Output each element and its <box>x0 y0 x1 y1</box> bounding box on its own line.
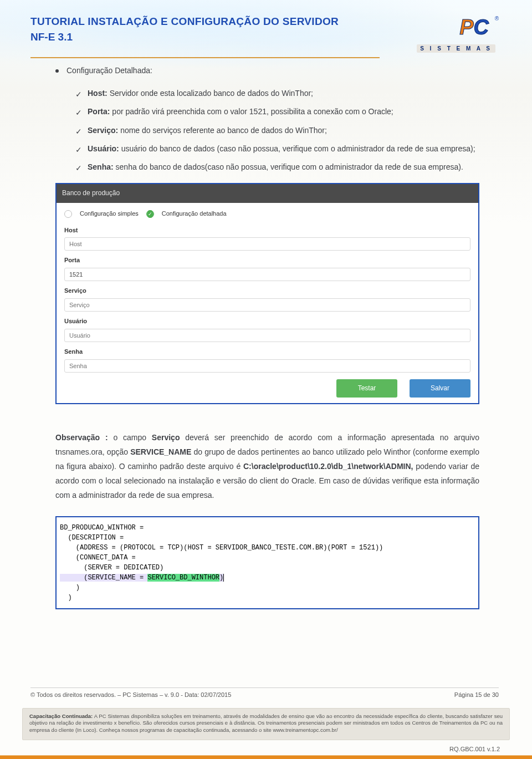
test-button[interactable]: Testar <box>336 379 397 398</box>
logo-subtitle: S I S T E M A S <box>417 44 495 53</box>
check-icon: ✓ <box>75 106 82 120</box>
title-line2: NF-E 3.1 <box>30 31 339 43</box>
check-icon: ✓ <box>75 88 82 101</box>
radio-simple-label: Configuração simples <box>80 208 139 220</box>
porta-label: Porta <box>64 255 470 266</box>
check-icon: ✓ <box>75 161 82 175</box>
footer-copyright: © Todos os direitos reservados. – PC Sis… <box>30 691 231 698</box>
radio-detailed[interactable] <box>146 210 154 218</box>
pc-sistemas-logo: ® PC S I S T E M A S <box>416 16 499 57</box>
radio-detailed-label: Configuração detalhada <box>162 208 227 220</box>
usuario-label: Usuário <box>64 316 470 327</box>
host-input[interactable] <box>64 237 470 251</box>
servico-input[interactable] <box>64 298 470 312</box>
page-title: TUTORIAL INSTALAÇÃO E CONFIGURAÇÃO DO SE… <box>30 16 339 43</box>
footer-page-number: Página 15 de 30 <box>454 691 499 698</box>
bullet-icon <box>55 69 59 73</box>
tnsnames-code-screenshot: BD_PRODUCAO_WINTHOR = (DESCRIPTION = (AD… <box>55 516 479 609</box>
save-button[interactable]: Salvar <box>410 379 470 398</box>
definition-list: ✓Host: Servidor onde esta localizado ban… <box>75 86 479 175</box>
host-label: Host <box>64 225 470 236</box>
check-icon: ✓ <box>75 125 82 139</box>
usuario-input[interactable] <box>64 329 470 342</box>
form-code: RQ.GBC.001 v.1.2 <box>449 746 500 752</box>
observation-paragraph: Observação : o campo Serviço deverá ser … <box>55 431 479 502</box>
title-line1: TUTORIAL INSTALAÇÃO E CONFIGURAÇÃO DO SE… <box>30 16 339 28</box>
section-heading: Configuração Detalhada: <box>66 64 152 78</box>
check-icon: ✓ <box>75 143 82 157</box>
senha-input[interactable] <box>64 359 470 373</box>
form-panel-title: Banco de produção <box>57 184 478 203</box>
porta-input[interactable] <box>64 268 470 281</box>
training-footer-box: Capacitação Continuada: A PC Sistemas di… <box>22 708 510 740</box>
registered-icon: ® <box>495 16 499 22</box>
radio-simple[interactable] <box>64 210 72 218</box>
footer-strip <box>0 756 532 759</box>
senha-label: Senha <box>64 347 470 358</box>
servico-label: Serviço <box>64 286 470 297</box>
db-config-form-screenshot: Banco de produção Configuração simples C… <box>55 183 479 404</box>
footer: © Todos os direitos reservados. – PC Sis… <box>30 687 499 698</box>
